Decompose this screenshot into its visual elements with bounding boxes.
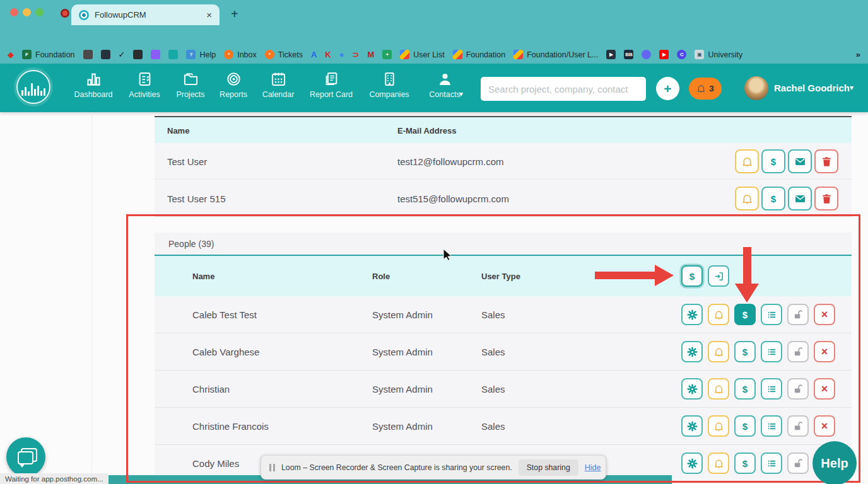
app-logo[interactable] bbox=[16, 70, 50, 104]
notifications-button[interactable] bbox=[735, 149, 759, 173]
close-window-button[interactable] bbox=[10, 8, 18, 16]
bookmark-check[interactable]: ✓ bbox=[119, 50, 126, 59]
annotation-arrow-right-head bbox=[655, 265, 674, 286]
loom-message: Loom – Screen Recorder & Screen Capture … bbox=[281, 463, 512, 472]
bookmark-microscope[interactable] bbox=[83, 50, 93, 59]
bookmark-tickets[interactable]: *Tickets bbox=[265, 50, 303, 59]
nav-item-calendar[interactable]: Calendar bbox=[252, 71, 305, 107]
trash-icon bbox=[821, 156, 833, 168]
notification-count-badge: 3 bbox=[709, 84, 714, 93]
bell-icon bbox=[741, 156, 753, 168]
activities-icon bbox=[136, 71, 153, 88]
browser-status-text: Waiting for app.posthog.com... bbox=[0, 473, 108, 484]
annotation-arrow-down-head bbox=[735, 284, 759, 302]
bookmark-bb[interactable]: BB bbox=[624, 50, 633, 59]
bookmark-inbox[interactable]: *Inbox bbox=[224, 50, 257, 59]
nav-item-dashboard[interactable]: Dashboard bbox=[67, 71, 120, 107]
bookmark-ma-red[interactable]: M bbox=[367, 50, 374, 59]
bookmark-youtube[interactable]: ▶ bbox=[659, 50, 669, 59]
bell-icon bbox=[741, 193, 753, 205]
help-button[interactable]: Help bbox=[812, 441, 857, 484]
minimize-window-button[interactable] bbox=[23, 8, 31, 16]
bookmark-help[interactable]: ?Help bbox=[186, 50, 216, 59]
bookmark-plug[interactable] bbox=[101, 50, 110, 59]
pause-icon bbox=[269, 464, 275, 471]
nav-item-companies[interactable]: Companies bbox=[363, 71, 416, 107]
hide-link[interactable]: Hide bbox=[585, 463, 601, 472]
user-menu-caret-icon[interactable]: ▾ bbox=[850, 83, 853, 92]
column-header-name: Name bbox=[167, 125, 189, 135]
bell-icon bbox=[696, 84, 706, 93]
calendar-icon bbox=[270, 71, 287, 88]
bookmark-foundation-excel[interactable]: FFoundation bbox=[22, 50, 75, 59]
bookmark-foundation-sheet[interactable]: Foundation bbox=[453, 50, 506, 59]
user-name: Rachel Goodrich bbox=[774, 83, 850, 93]
delete-button[interactable] bbox=[814, 187, 838, 210]
bookmark-c-circle[interactable]: C bbox=[677, 50, 686, 59]
quota-dollar-button[interactable]: $ bbox=[761, 149, 785, 173]
bookmark-diamond[interactable]: ◆ bbox=[8, 50, 14, 59]
bookmark-grad-cap[interactable] bbox=[133, 50, 143, 59]
contacts-icon bbox=[437, 71, 454, 88]
maximize-window-button[interactable] bbox=[35, 8, 44, 16]
bookmark-a-blue[interactable]: A bbox=[311, 50, 317, 59]
browser-titlebar: FollowupCRM × + bbox=[0, 0, 868, 25]
add-new-button[interactable]: + bbox=[656, 77, 679, 100]
tab-favicon-icon bbox=[79, 10, 89, 20]
bookmark-d-red[interactable]: ⊃ bbox=[353, 50, 360, 59]
mail-icon bbox=[794, 156, 806, 168]
nav-item-report-card[interactable]: Report Card bbox=[305, 71, 358, 107]
bookmark-teal-app[interactable] bbox=[168, 50, 178, 59]
bookmark-circle-blue[interactable]: ● bbox=[339, 50, 344, 59]
projects-icon bbox=[182, 71, 199, 88]
bookmark-colorful[interactable] bbox=[151, 50, 160, 59]
chat-widget-button[interactable] bbox=[6, 437, 45, 476]
notifications-button[interactable] bbox=[735, 187, 759, 210]
table-row: Test User 515 test515@followupcrm.com $ bbox=[155, 180, 852, 217]
bookmark-green-plus[interactable]: + bbox=[382, 50, 392, 59]
bookmark-k-red[interactable]: K bbox=[325, 50, 331, 59]
content-divider bbox=[91, 112, 92, 484]
reports-icon bbox=[225, 71, 242, 88]
bookmark-flower[interactable] bbox=[642, 50, 651, 59]
notifications-pill[interactable]: 3 bbox=[689, 78, 722, 100]
tab-title: FollowupCRM bbox=[95, 10, 201, 20]
table-row: Test User test12@followupcrm.com $ bbox=[155, 143, 852, 180]
global-search-input[interactable] bbox=[481, 77, 646, 101]
trash-icon bbox=[821, 193, 833, 205]
nav-item-contacts[interactable]: Contacts bbox=[418, 71, 471, 107]
bookmark-user-list[interactable]: User List bbox=[400, 50, 444, 59]
chat-bubbles-icon bbox=[18, 450, 34, 464]
contacts-dropdown-caret-icon[interactable]: ▾ bbox=[459, 89, 463, 98]
bookmarks-bar: ◆FFoundation✓?Help*Inbox*TicketsAK●⊃M+Us… bbox=[0, 45, 868, 64]
companies-icon bbox=[381, 71, 398, 88]
quota-dollar-button[interactable]: $ bbox=[761, 187, 785, 210]
delete-button[interactable] bbox=[814, 149, 838, 173]
users-table-header: Name E-Mail Address bbox=[155, 117, 852, 143]
bookmark-send[interactable]: ▶ bbox=[606, 50, 616, 59]
bookmark-foundation-user-list[interactable]: Foundation/User L... bbox=[513, 50, 598, 59]
email-button[interactable] bbox=[788, 149, 812, 173]
browser-tab[interactable]: FollowupCRM × bbox=[71, 4, 220, 25]
recording-indicator-icon bbox=[61, 9, 69, 18]
email-button[interactable] bbox=[788, 187, 812, 210]
stop-sharing-button[interactable]: Stop sharing bbox=[519, 459, 578, 476]
dashboard-icon bbox=[85, 71, 102, 88]
nav-item-activities[interactable]: Activities bbox=[118, 71, 171, 107]
bookmark-university[interactable]: ▣University bbox=[695, 50, 742, 59]
users-table: Name E-Mail Address Test User test12@fol… bbox=[155, 116, 852, 216]
annotation-arrow-right bbox=[595, 272, 656, 279]
mail-icon bbox=[794, 193, 806, 205]
mouse-cursor bbox=[442, 248, 454, 261]
user-avatar[interactable] bbox=[744, 76, 768, 100]
annotation-arrow-down bbox=[743, 247, 751, 285]
new-tab-button[interactable]: + bbox=[231, 7, 238, 21]
screen: FollowupCRM × + ← → × app.followupcrm.co… bbox=[0, 0, 868, 484]
bookmark-overflow[interactable]: » bbox=[856, 50, 860, 59]
browser-toolbar: ← → × app.followupcrm.com/settings/membe… bbox=[0, 25, 868, 45]
report-card-icon bbox=[323, 71, 340, 88]
column-header-email: E-Mail Address bbox=[397, 125, 456, 135]
loom-sharing-banner: Loom – Screen Recorder & Screen Capture … bbox=[261, 455, 606, 480]
tab-close-icon[interactable]: × bbox=[206, 9, 212, 20]
